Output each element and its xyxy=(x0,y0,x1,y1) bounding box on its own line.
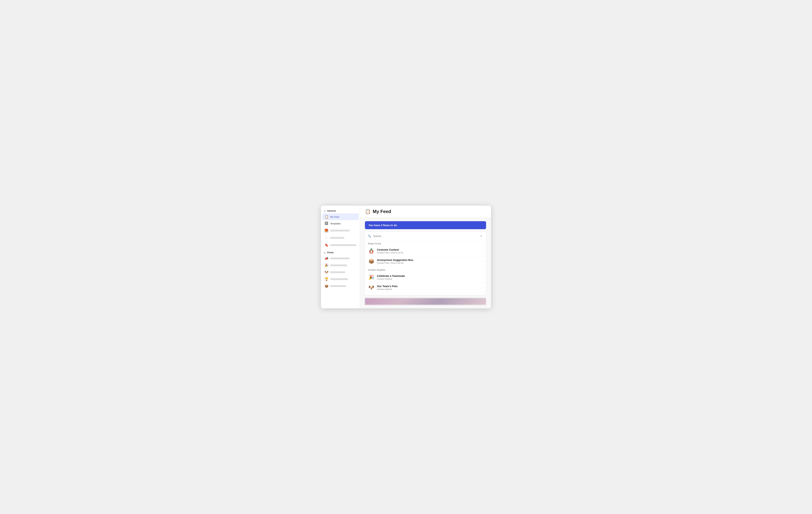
sidebar-flow-item-3[interactable]: 🐶 xyxy=(322,269,359,276)
flow-item-weekly-wins[interactable]: 🏆 Weekly Wins Answer Anytime › xyxy=(365,293,486,295)
sidebar-section-general[interactable]: ▲ General xyxy=(321,209,360,213)
pets-sub: Answer Anytime xyxy=(377,288,480,291)
pets-emoji: 🐶 xyxy=(368,285,374,290)
chevron-up-icon: ▲ xyxy=(324,210,326,212)
suggestion-box-name: Anonymous Suggestion Box xyxy=(377,259,480,262)
templates-icon: 🅰 xyxy=(324,222,328,225)
flow-label-3 xyxy=(330,271,345,273)
myfeed-label: My Feed xyxy=(330,216,339,218)
page-title: My Feed xyxy=(373,209,391,214)
flow-emoji-3: 🐶 xyxy=(324,270,328,274)
flow-emoji-1: 📣 xyxy=(324,256,328,260)
search-bar: 🔍 × xyxy=(365,232,486,240)
image-strip xyxy=(365,298,486,305)
celebrate-emoji: 🎉 xyxy=(368,274,374,280)
suggestion-box-chevron-icon: › xyxy=(482,260,483,263)
pets-chevron-icon: › xyxy=(482,286,483,289)
main-header-icon: 📋 xyxy=(365,209,371,214)
main-body: You have 2 flows to do 🔍 × Flows To Do 🪆… xyxy=(360,218,491,308)
flows-banner: You have 2 flows to do xyxy=(365,221,486,229)
placeholder-icon-1: 🎁 xyxy=(324,228,328,233)
sidebar-placeholder-2: ✓ xyxy=(322,234,359,241)
sidebar-section-flows[interactable]: ▲ Flows xyxy=(321,250,360,255)
placeholder-text-3 xyxy=(330,244,356,246)
celebrate-info: Celebrate a Teammate Answer Anytime xyxy=(377,274,480,280)
flow-item-suggestion-box[interactable]: 📦 Anonymous Suggestion Box Answer Flow •… xyxy=(365,256,486,267)
flow-item-celebrate[interactable]: 🎉 Celebrate a Teammate Answer Anytime › xyxy=(365,272,486,282)
search-icon: 🔍 xyxy=(368,235,371,238)
flow-emoji-4: 🏆 xyxy=(324,277,328,281)
sidebar-item-templates[interactable]: 🅰 Templates xyxy=(322,220,359,227)
costume-contest-sub: Answer Flow • Due in 1d 3h xyxy=(377,251,480,254)
pets-info: Our Team's Pets Answer Anytime xyxy=(377,285,480,291)
sidebar-item-myfeed[interactable]: 📋 My Feed xyxy=(322,213,359,220)
placeholder-icon-2: ✓ xyxy=(324,236,328,240)
suggestion-box-info: Anonymous Suggestion Box Answer Flow • D… xyxy=(377,259,480,264)
close-button[interactable]: × xyxy=(479,234,483,238)
main-content: 📋 My Feed You have 2 flows to do 🔍 × Flo… xyxy=(360,206,491,308)
sidebar-flow-item-4[interactable]: 🏆 xyxy=(322,276,359,282)
sidebar: ▲ General 📋 My Feed 🅰 Templates 🎁 ✓ 🔖 xyxy=(321,206,360,308)
section-flows-to-do: Flows To Do xyxy=(365,240,486,246)
templates-label: Templates xyxy=(330,222,341,225)
flow-label-4 xyxy=(330,278,348,280)
costume-contest-name: Costume Contest xyxy=(377,248,480,251)
flow-item-pets[interactable]: 🐶 Our Team's Pets Answer Anytime › xyxy=(365,282,486,293)
app-window: ▲ General 📋 My Feed 🅰 Templates 🎁 ✓ 🔖 xyxy=(321,206,491,308)
celebrate-name: Celebrate a Teammate xyxy=(377,274,480,277)
flow-label-1 xyxy=(330,258,350,259)
myfeed-icon: 📋 xyxy=(324,215,328,219)
flow-emoji-5: 📦 xyxy=(324,284,328,288)
search-input[interactable] xyxy=(373,235,477,238)
main-header: 📋 My Feed xyxy=(360,206,491,218)
celebrate-sub: Answer Anytime xyxy=(377,278,480,280)
costume-contest-info: Costume Contest Answer Flow • Due in 1d … xyxy=(377,248,480,254)
placeholder-text-2 xyxy=(330,237,344,239)
sidebar-placeholder-1: 🎁 xyxy=(322,227,359,234)
flow-label-2 xyxy=(330,265,347,266)
sidebar-flow-item-2[interactable]: 🎉 xyxy=(322,262,359,269)
placeholder-text-1 xyxy=(330,230,350,232)
flows-card: 🔍 × Flows To Do 🪆 Costume Contest Answer… xyxy=(365,232,486,295)
costume-contest-emoji: 🪆 xyxy=(368,248,374,254)
chevron-up-icon-flows: ▲ xyxy=(324,251,326,254)
flows-label: Flows xyxy=(327,251,334,254)
flow-item-costume-contest[interactable]: 🪆 Costume Contest Answer Flow • Due in 1… xyxy=(365,246,486,256)
sidebar-flow-item-1[interactable]: 📣 xyxy=(322,255,359,262)
pets-name: Our Team's Pets xyxy=(377,285,480,288)
sidebar-flow-item-5[interactable]: 📦 xyxy=(322,283,359,290)
costume-contest-chevron-icon: › xyxy=(482,250,483,252)
general-label: General xyxy=(327,210,336,212)
flow-label-5 xyxy=(330,285,346,287)
celebrate-chevron-icon: › xyxy=(482,276,483,279)
suggestion-box-sub: Answer Flow • Due in 3w 5d xyxy=(377,262,480,264)
section-answer-anytime: Answer Anytime xyxy=(365,267,486,272)
placeholder-icon-3: 🔖 xyxy=(324,243,328,247)
suggestion-box-emoji: 📦 xyxy=(368,259,374,264)
flow-emoji-2: 🎉 xyxy=(324,263,328,267)
sidebar-placeholder-3: 🔖 xyxy=(322,242,359,249)
